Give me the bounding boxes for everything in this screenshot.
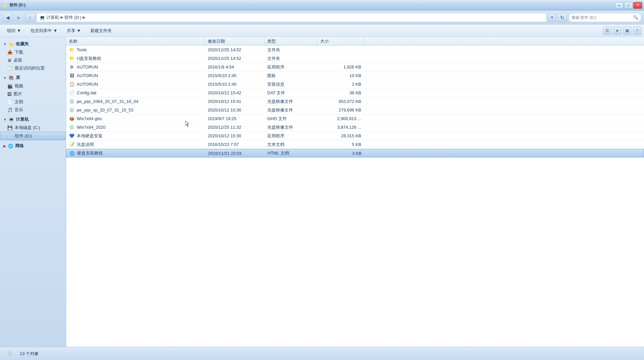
file-name-cell: 📁 U盘安装教程 — [66, 54, 205, 63]
close-button[interactable]: ✕ — [633, 2, 642, 9]
file-name: U盘安装教程 — [77, 56, 101, 62]
computer-label: 计算机 — [16, 116, 29, 122]
file-name-cell: 📋 AUTORUN — [66, 80, 205, 88]
file-name-cell: 💙 本地硬盘安装 — [66, 132, 205, 140]
share-button[interactable]: 共享 ▼ — [63, 26, 85, 36]
file-size-cell — [318, 46, 364, 54]
organize-label: 组织 — [7, 28, 16, 34]
table-row[interactable]: 📋 AUTORUN 2015/5/10 2:45 安装信息 1 KB — [66, 80, 644, 89]
sidebar-item-video[interactable]: 🎬 视频 — [0, 82, 66, 90]
toolbar: 组织 ▼ 包含到库中 ▼ 共享 ▼ 新建文件夹 ☰ ▼ ▦ ? — [0, 24, 644, 37]
window-icon: 📁 — [2, 3, 7, 8]
sidebar-section-network-header[interactable]: ▶ 🌐 网络 — [0, 142, 66, 150]
include-label: 包含到库中 — [30, 28, 52, 34]
file-name: Tools — [77, 47, 87, 52]
file-name-cell: 📝 光盘说明 — [66, 140, 205, 149]
image-label: 图片 — [14, 91, 22, 97]
table-row[interactable]: 💿 Win7x64_2020 2020/12/25 11:32 光盘映像文件 3… — [66, 123, 644, 132]
file-icon: 📄 — [69, 90, 75, 96]
file-type-cell: HTML 文档 — [265, 149, 318, 157]
col-header-name[interactable]: 名称 — [66, 37, 205, 45]
include-button[interactable]: 包含到库中 ▼ — [26, 26, 62, 36]
file-type-cell: DAT 文件 — [265, 89, 318, 97]
col-header-size[interactable]: 大小 — [318, 37, 364, 45]
file-name-cell: 🌐 硬盘安装教程 — [66, 149, 205, 157]
file-name: pe_yqs_xp_20_07_31_15_53 — [77, 108, 133, 112]
file-type-cell: 应用程序 — [265, 132, 318, 140]
sidebar-section-computer: ▼ 💻 计算机 💾 本地磁盘 (C:) 💿 软件 (D:) — [0, 115, 66, 140]
file-name: AUTORUN — [77, 73, 98, 78]
new-folder-label: 新建文件夹 — [90, 28, 112, 34]
file-name: Config.dat — [77, 90, 96, 95]
file-date-cell: 2020/12/25 14:52 — [205, 46, 265, 54]
help-button[interactable]: ? — [633, 26, 641, 35]
sidebar-item-downloads[interactable]: 📥 下载 — [0, 48, 66, 56]
downloads-icon: 📥 — [7, 50, 13, 55]
table-row[interactable]: 🌐 硬盘安装教程 2016/11/21 22:03 HTML 文档 3 KB — [66, 149, 644, 158]
col-header-date[interactable]: 修改日期 — [205, 37, 265, 45]
file-name-cell: 💿 Win7x64_2020 — [66, 123, 205, 131]
view-options-button[interactable]: ☰ — [603, 26, 612, 35]
file-type-cell: GHO 文件 — [265, 114, 318, 123]
favorites-arrow-icon: ▼ — [3, 42, 7, 46]
search-icon: 🔍 — [633, 15, 638, 20]
back-button[interactable]: ◀ — [3, 13, 13, 22]
file-date-cell: 2020/12/25 11:32 — [205, 123, 265, 131]
sidebar-item-music[interactable]: 🎵 音乐 — [0, 106, 66, 114]
file-name: Win7x64_2020 — [77, 125, 106, 130]
view-dropdown-button[interactable]: ▼ — [613, 26, 622, 35]
minimize-button[interactable]: ─ — [615, 2, 623, 9]
forward-button[interactable]: ▶ — [14, 13, 24, 22]
address-dropdown[interactable]: ▼ — [548, 13, 556, 22]
col-header-type[interactable]: 类型 — [265, 37, 318, 45]
table-row[interactable]: 💿 pe_yqs_xp_20_07_31_15_53 2020/10/12 15… — [66, 106, 644, 114]
table-row[interactable]: 📦 Win7x64.gho 2019/9/7 19:25 GHO 文件 2,90… — [66, 114, 644, 123]
file-date-cell: 2020/12/25 14:52 — [205, 54, 265, 63]
file-name-cell: 💿 pe_yqs_xp_20_07_31_15_53 — [66, 106, 205, 114]
new-folder-button[interactable]: 新建文件夹 — [86, 26, 116, 36]
library-icon: 📚 — [9, 75, 14, 80]
preview-button[interactable]: ▦ — [623, 26, 631, 35]
sidebar-item-image[interactable]: 🖼 图片 — [0, 90, 66, 98]
file-name-cell: 💿 pe_yqs_1064_20_07_31_16_04 — [66, 97, 205, 106]
sidebar-section-computer-header[interactable]: ▼ 💻 计算机 — [0, 115, 66, 124]
sidebar-section-favorites-header[interactable]: ▼ ⭐ 收藏夹 — [0, 40, 66, 48]
breadcrumb-computer[interactable]: 计算机 — [46, 15, 59, 21]
maximize-button[interactable]: □ — [624, 2, 633, 9]
file-icon: 📋 — [69, 82, 75, 87]
sidebar-item-doc[interactable]: 📄 文档 — [0, 98, 66, 106]
file-list: 名称 修改日期 类型 大小 📁 Tools 2020/12/25 14:52 文… — [66, 37, 644, 347]
sidebar-section-favorites: ▼ ⭐ 收藏夹 📥 下载 🖥 桌面 🕐 最近访问的位置 — [0, 40, 66, 72]
sidebar-item-soft-d[interactable]: 💿 软件 (D:) — [0, 132, 66, 140]
breadcrumb-drive[interactable]: 软件 (D:) — [64, 15, 81, 21]
file-icon: 💿 — [69, 99, 75, 104]
up-button[interactable]: ↑ — [25, 13, 35, 22]
refresh-button[interactable]: ↻ — [557, 13, 567, 22]
table-row[interactable]: 📝 光盘说明 2016/10/23 7:07 文本文档 5 KB — [66, 140, 644, 149]
breadcrumb-sep-1: ▶ — [61, 15, 63, 20]
table-row[interactable]: 💿 pe_yqs_1064_20_07_31_16_04 2020/10/12 … — [66, 97, 644, 106]
table-row[interactable]: ⚙ AUTORUN 2016/1/8 4:54 应用程序 1,926 KB — [66, 63, 644, 71]
title-bar-controls: ─ □ ✕ — [615, 2, 642, 9]
table-row[interactable]: 📄 Config.dat 2020/10/12 15:42 DAT 文件 36 … — [66, 89, 644, 97]
file-size-cell: 3,874,126 ... — [318, 123, 364, 131]
file-name-cell: ⚙ AUTORUN — [66, 63, 205, 71]
file-size-cell: 2,900,813 ... — [318, 114, 364, 123]
sidebar-item-local-c[interactable]: 💾 本地磁盘 (C:) — [0, 124, 66, 132]
table-row[interactable]: 📁 U盘安装教程 2020/12/25 14:52 文件夹 — [66, 54, 644, 63]
search-input[interactable] — [572, 15, 632, 20]
table-row[interactable]: 📁 Tools 2020/12/25 14:52 文件夹 — [66, 46, 644, 54]
sidebar-item-recent[interactable]: 🕐 最近访问的位置 — [0, 64, 66, 72]
file-list-header: 名称 修改日期 类型 大小 — [66, 37, 644, 46]
soft-d-label: 软件 (D:) — [15, 133, 32, 139]
table-row[interactable]: 💙 本地硬盘安装 2020/10/12 15:30 应用程序 28,315 KB — [66, 132, 644, 140]
sidebar-item-desktop[interactable]: 🖥 桌面 — [0, 56, 66, 64]
organize-arrow-icon: ▼ — [17, 28, 21, 33]
favorites-label: 收藏夹 — [16, 41, 29, 47]
organize-button[interactable]: 组织 ▼ — [3, 26, 25, 36]
sidebar-section-library-header[interactable]: ▼ 📚 库 — [0, 73, 66, 82]
search-bar[interactable]: 🔍 — [569, 13, 641, 22]
table-row[interactable]: 🖼 AUTORUN 2015/5/10 2:45 图标 10 KB — [66, 71, 644, 80]
file-type-cell: 光盘映像文件 — [265, 106, 318, 114]
address-bar[interactable]: 💻 计算机 ▶ 软件 (D:) ▶ — [36, 13, 547, 22]
